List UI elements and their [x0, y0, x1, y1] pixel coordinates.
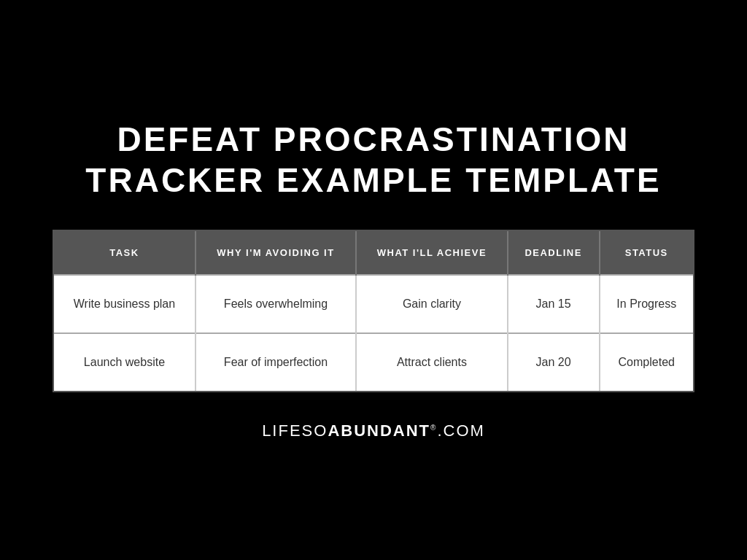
footer-brand: LIFESOABUNDANT®.COM [262, 421, 485, 440]
brand-bold: ABUNDANT [328, 421, 430, 440]
cell-status-2: Completed [600, 333, 693, 391]
brand-suffix: .COM [437, 421, 484, 440]
cell-deadline-1: Jan 15 [508, 275, 600, 333]
cell-why-1: Feels overwhelming [196, 275, 356, 333]
tracker-table: TASK WHY I'M AVOIDING IT WHAT I'LL ACHIE… [54, 231, 693, 391]
page-wrapper: DEFEAT PROCRASTINATION TRACKER EXAMPLE T… [0, 0, 747, 560]
cell-task-1: Write business plan [54, 275, 196, 333]
table-header-row: TASK WHY I'M AVOIDING IT WHAT I'LL ACHIE… [54, 231, 693, 275]
col-header-achieve: WHAT I'LL ACHIEVE [356, 231, 508, 275]
col-header-status: STATUS [600, 231, 693, 275]
cell-why-2: Fear of imperfection [196, 333, 356, 391]
table-row: Launch website Fear of imperfection Attr… [54, 333, 693, 391]
main-title: DEFEAT PROCRASTINATION TRACKER EXAMPLE T… [85, 120, 661, 200]
title-line1: DEFEAT PROCRASTINATION [117, 120, 630, 158]
title-line2: TRACKER EXAMPLE TEMPLATE [85, 161, 661, 199]
brand-normal: LIFESO [262, 421, 328, 440]
col-header-deadline: DEADLINE [508, 231, 600, 275]
col-header-why: WHY I'M AVOIDING IT [196, 231, 356, 275]
cell-task-2: Launch website [54, 333, 196, 391]
registered-icon: ® [430, 423, 437, 431]
table-row: Write business plan Feels overwhelming G… [54, 275, 693, 333]
cell-achieve-2: Attract clients [356, 333, 508, 391]
table-container: TASK WHY I'M AVOIDING IT WHAT I'LL ACHIE… [53, 230, 694, 392]
title-section: DEFEAT PROCRASTINATION TRACKER EXAMPLE T… [85, 120, 661, 200]
cell-achieve-1: Gain clarity [356, 275, 508, 333]
cell-deadline-2: Jan 20 [508, 333, 600, 391]
cell-status-1: In Progress [600, 275, 693, 333]
col-header-task: TASK [54, 231, 196, 275]
